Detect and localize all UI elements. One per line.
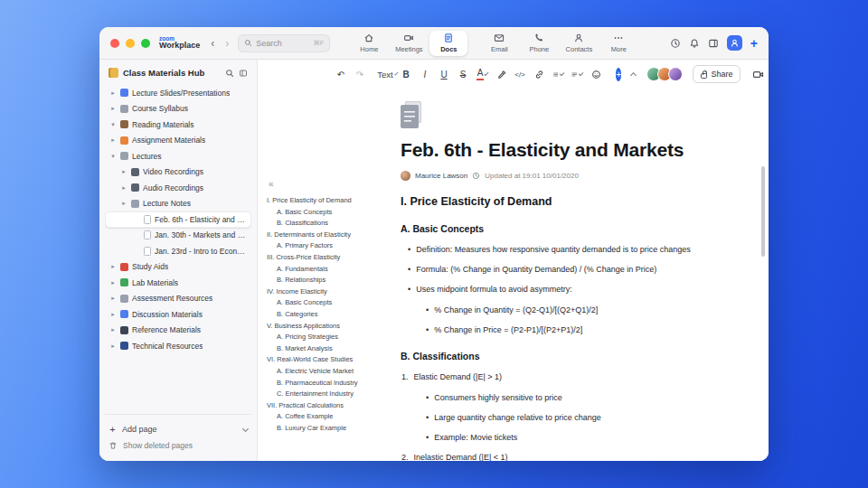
nav-forward-button[interactable]: › — [220, 36, 234, 51]
align-button[interactable] — [570, 66, 584, 82]
text-style-dropdown[interactable]: Text — [380, 66, 394, 82]
sidebar-item[interactable]: ▾Reading Materials — [105, 117, 251, 133]
chevron-right-icon[interactable]: ▸ — [120, 168, 127, 175]
outline-item[interactable]: A. Fundamentals — [267, 264, 401, 276]
sidebar-item[interactable]: ▸Lab Materials — [105, 275, 251, 291]
chevron-down-icon[interactable]: ▾ — [109, 153, 117, 160]
code-button[interactable]: </> — [513, 66, 527, 82]
notifications-bell-icon[interactable] — [689, 38, 700, 49]
outline-item[interactable]: B. Luxury Car Example — [267, 423, 401, 435]
nav-back-button[interactable]: ‹ — [205, 36, 220, 51]
outline-item[interactable]: B. Relationships — [267, 275, 401, 286]
doc-list-item[interactable]: •% Change in Price = (P2-P1)/[(P2+P1)/2] — [401, 325, 748, 336]
tab-phone[interactable]: Phone — [520, 31, 558, 56]
outline-item[interactable]: C. Entertainment Industry — [267, 389, 401, 400]
collaborator-avatar[interactable] — [668, 67, 683, 81]
doc-list-item[interactable]: •% Change in Quantity = (Q2-Q1)/[(Q2+Q1)… — [401, 305, 748, 316]
outline-item[interactable]: A. Pricing Strategies — [267, 332, 401, 343]
side-panel-icon[interactable] — [708, 38, 719, 49]
emoji-button[interactable] — [589, 66, 603, 82]
chevron-right-icon[interactable]: ▸ — [109, 311, 117, 318]
chevron-right-icon[interactable]: ▸ — [120, 200, 127, 207]
window-control-light[interactable] — [126, 39, 135, 48]
outline-item[interactable]: III. Cross-Price Elasticity — [267, 252, 401, 264]
outline-item[interactable]: B. Classifications — [267, 218, 401, 230]
share-button[interactable]: Share — [693, 65, 741, 83]
bold-button[interactable]: B — [399, 66, 413, 82]
doc-list-item[interactable]: 2.Inelastic Demand (|E| < 1) — [401, 453, 748, 461]
outline-item[interactable]: II. Determinants of Elasticity — [267, 230, 401, 241]
chevron-right-icon[interactable]: ▸ — [109, 326, 117, 333]
sidebar-item[interactable]: ▸Course Syllabus — [105, 101, 251, 117]
doc-list-item[interactable]: •Consumers highly sensitive to price — [401, 393, 748, 404]
outline-collapse-button[interactable]: « — [267, 179, 401, 189]
outline-item[interactable]: B. Pharmaceutical Industry — [267, 378, 401, 389]
outline-item[interactable]: VII. Practical Calculations — [267, 400, 401, 412]
chevron-right-icon[interactable]: ▸ — [109, 136, 117, 144]
doc-scrollbar[interactable] — [761, 166, 765, 257]
sidebar-item[interactable]: ▸Technical Resources — [105, 338, 251, 354]
global-search-input[interactable]: Search ⌘F — [238, 34, 330, 52]
sidebar-item[interactable]: ▸Lecture Slides/Presentations — [105, 85, 251, 101]
sidebar-item[interactable]: Feb. 6th - Elasticity and M... — [105, 211, 251, 228]
insert-plus-button[interactable]: + — [616, 68, 621, 81]
sidebar-item[interactable]: ▸Lecture Notes — [105, 196, 251, 212]
show-deleted-pages-button[interactable]: Show deleted pages — [105, 437, 251, 454]
sidebar-item[interactable]: ▸Reference Materials — [105, 323, 251, 339]
tab-meetings[interactable]: Meetings — [390, 31, 428, 56]
outline-item[interactable]: A. Basic Concepts — [267, 207, 401, 219]
link-button[interactable] — [532, 66, 546, 82]
undo-button[interactable]: ↶ — [334, 66, 348, 82]
tab-docs[interactable]: Docs — [429, 31, 467, 56]
user-avatar[interactable] — [727, 35, 742, 51]
collapse-toolbar-button[interactable] — [626, 66, 640, 82]
sidebar-item[interactable]: ▸Assessment Resources — [105, 291, 251, 307]
doc-heading[interactable]: A. Basic Concepts — [401, 223, 748, 234]
tab-email[interactable]: Email — [480, 31, 518, 56]
tab-more[interactable]: More — [599, 31, 637, 56]
outline-item[interactable]: V. Business Applications — [267, 321, 401, 333]
outline-item[interactable]: A. Coffee Example — [267, 411, 401, 423]
chevron-right-icon[interactable]: ▸ — [109, 263, 117, 270]
doc-title[interactable]: Feb. 6th - Elasticity and Markets — [401, 139, 748, 161]
sidebar-item[interactable]: ▸Video Recordings — [105, 164, 251, 181]
video-camera-icon[interactable] — [752, 69, 764, 80]
chevron-right-icon[interactable]: ▸ — [120, 184, 127, 192]
tab-home[interactable]: Home — [350, 31, 388, 56]
outline-item[interactable]: A. Primary Factors — [267, 240, 401, 252]
sidebar-item[interactable]: ▸Audio Recordings — [105, 180, 251, 196]
italic-button[interactable]: I — [418, 66, 432, 82]
window-control-light[interactable] — [141, 39, 150, 48]
plus-button[interactable]: + — [750, 36, 758, 51]
font-color-button[interactable]: A — [475, 66, 489, 82]
doc-list-item[interactable]: •Uses midpoint formula to avoid asymmetr… — [401, 285, 748, 296]
doc-content[interactable]: Feb. 6th - Elasticity and Markets Mauric… — [401, 89, 748, 461]
underline-button[interactable]: U — [437, 66, 451, 82]
sidebar-item[interactable]: ▸Assignment Materials — [105, 133, 251, 149]
bullet-list-button[interactable] — [551, 66, 565, 82]
doc-list-item[interactable]: •Definition: Measures how responsive qua… — [401, 245, 748, 256]
sidebar-item[interactable]: Jan. 30th - Markets and P... — [105, 228, 251, 244]
outline-item[interactable]: B. Market Analysis — [267, 343, 401, 355]
doc-list-item[interactable]: 1.Elastic Demand (|E| > 1) — [401, 372, 748, 383]
chevron-down-icon[interactable]: ▾ — [109, 121, 117, 128]
outline-item[interactable]: I. Price Elasticity of Demand — [267, 195, 401, 207]
collapse-sidebar-icon[interactable] — [239, 69, 248, 78]
chevron-right-icon[interactable]: ▸ — [109, 295, 117, 302]
window-control-light[interactable] — [110, 39, 119, 48]
outline-item[interactable]: A. Electric Vehicle Market — [267, 366, 401, 378]
strikethrough-button[interactable]: S — [456, 66, 470, 82]
sidebar-item[interactable]: ▾Lectures — [105, 148, 251, 164]
sidebar-item[interactable]: ▸Discussion Materials — [105, 306, 251, 323]
chevron-right-icon[interactable]: ▸ — [109, 89, 117, 97]
doc-list-item[interactable]: •Large quantity change relative to price… — [401, 413, 748, 424]
doc-body[interactable]: I. Price Elasticity of DemandA. Basic Co… — [401, 195, 748, 461]
outline-item[interactable]: A. Basic Concepts — [267, 297, 401, 309]
chevron-right-icon[interactable]: ▸ — [109, 279, 117, 286]
history-clock-icon[interactable] — [670, 38, 681, 49]
chevron-down-icon[interactable] — [242, 425, 249, 431]
tab-contacts[interactable]: Contacts — [560, 31, 598, 56]
sidebar-search-icon[interactable] — [225, 69, 234, 78]
doc-heading[interactable]: B. Classifications — [401, 351, 748, 361]
doc-list-item[interactable]: •Formula: (% Change in Quantity Demanded… — [401, 265, 748, 276]
